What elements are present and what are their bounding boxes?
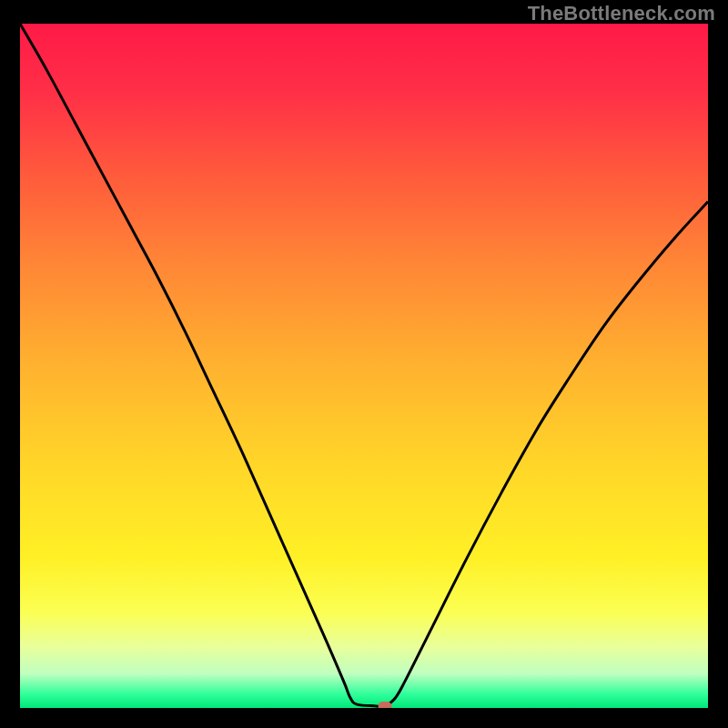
- optimal-point-marker: [378, 702, 391, 708]
- bottleneck-curve: [20, 24, 708, 708]
- watermark-text: TheBottleneck.com: [528, 2, 715, 25]
- plot-area: [20, 24, 708, 708]
- curve-path: [20, 24, 708, 706]
- app-frame: TheBottleneck.com: [0, 0, 728, 728]
